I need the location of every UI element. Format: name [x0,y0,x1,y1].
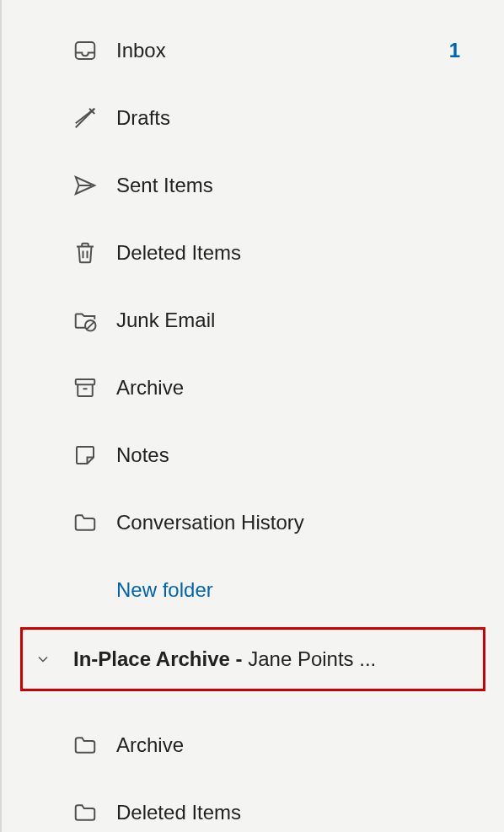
folder-item-archive-sub[interactable]: Archive [2,711,504,779]
folder-label: Inbox [116,39,166,62]
chevron-down-icon [35,651,51,668]
inbox-icon [72,38,98,63]
folder-item-drafts[interactable]: Drafts [2,84,504,152]
new-folder-link[interactable]: New folder [2,556,504,624]
section-header-archive[interactable]: In-Place Archive - Jane Points ... [23,633,483,685]
folder-icon [72,733,98,758]
folder-item-inbox[interactable]: Inbox 1 [2,17,504,84]
section-title-normal: Jane Points ... [243,647,377,670]
junk-icon [72,308,98,333]
folder-label: Drafts [116,106,170,130]
folder-label: Junk Email [116,309,215,332]
trash-icon [72,240,98,266]
folder-label: Deleted Items [116,801,241,824]
section-title: In-Place Archive - Jane Points ... [73,647,376,671]
folder-item-archive[interactable]: Archive [2,354,504,421]
folder-item-sent[interactable]: Sent Items [2,152,504,219]
folder-item-deleted-sub[interactable]: Deleted Items [2,779,504,832]
folder-item-junk[interactable]: Junk Email [2,287,504,354]
folder-count: 1 [449,39,460,62]
folder-list: Inbox 1 Drafts Sent Items Deleted Items [2,0,504,832]
archive-icon [72,375,98,400]
folder-label: Archive [116,376,184,400]
folder-label: Conversation History [116,511,304,534]
highlight-annotation: In-Place Archive - Jane Points ... [20,627,485,691]
archive-section-folders: Archive Deleted Items [2,711,504,832]
new-folder-label: New folder [116,578,213,602]
folder-icon [72,510,98,535]
folder-item-conversation-history[interactable]: Conversation History [2,489,504,556]
drafts-icon [72,105,98,131]
svg-rect-2 [76,379,95,384]
folder-icon [72,800,98,825]
folder-item-deleted[interactable]: Deleted Items [2,219,504,287]
sent-icon [72,173,98,198]
folder-label: Sent Items [116,174,213,197]
folder-label: Notes [116,443,169,467]
notes-icon [72,443,98,468]
folder-label: Deleted Items [116,241,241,265]
folder-label: Archive [116,733,184,757]
section-title-bold: In-Place Archive - [73,647,243,670]
folder-item-notes[interactable]: Notes [2,421,504,489]
